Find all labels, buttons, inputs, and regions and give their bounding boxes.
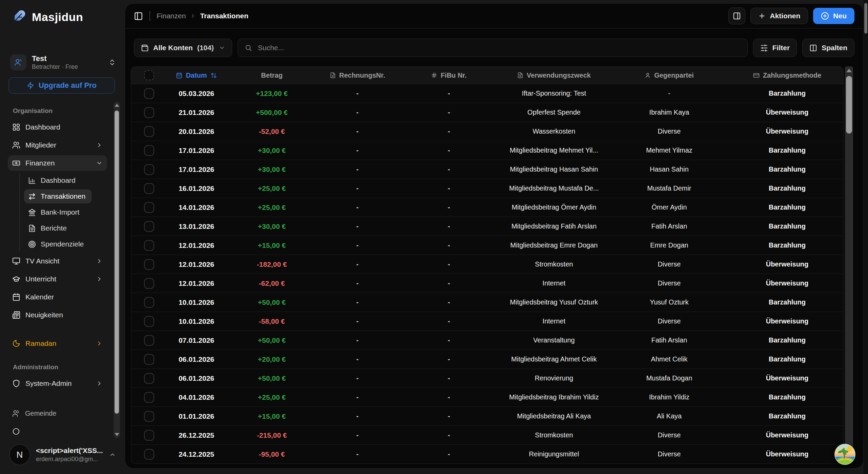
- table-row[interactable]: 12.01.2026 +15,00 € - - Mitgliedsbeitrag…: [131, 236, 843, 255]
- cell-invoice: -: [318, 184, 397, 192]
- table-row[interactable]: 12.01.2026 -182,00 € - - Stromkosten Div…: [131, 255, 843, 274]
- header-zahlungsmethode[interactable]: Zahlungsmethode: [731, 72, 843, 79]
- sidebar-item-spendenziele[interactable]: Spendenziele: [24, 237, 90, 251]
- table-row[interactable]: 10.01.2026 -58,00 € - - Internet Diverse…: [131, 312, 843, 331]
- sidebar-item-system-admin[interactable]: System-Admin: [8, 376, 107, 391]
- sidebar-item-tv-ansicht[interactable]: TV Ansicht: [8, 253, 107, 269]
- sidebar-item-clipped[interactable]: [8, 423, 107, 439]
- account-switcher[interactable]: N <script>alert('XSS... erdem.arpaci00@g…: [0, 438, 125, 474]
- select-all-checkbox[interactable]: [144, 70, 154, 80]
- sidebar-scrollbar-thumb[interactable]: [115, 111, 119, 414]
- table-row[interactable]: 16.01.2026 +25,00 € - - Mitgliedsbeitrag…: [131, 179, 843, 198]
- row-checkbox[interactable]: [144, 449, 154, 460]
- table-row[interactable]: 20.01.2026 -52,00 € - - Wasserkosten Div…: [131, 122, 843, 141]
- panel-layout-button[interactable]: [728, 7, 745, 24]
- page-scrollbar-thumb[interactable]: [864, 3, 867, 34]
- row-checkbox[interactable]: [144, 202, 154, 213]
- row-checkbox[interactable]: [144, 335, 154, 346]
- sidebar-item-berichte[interactable]: Berichte: [24, 221, 73, 235]
- sidebar-scrollbar[interactable]: [114, 102, 120, 438]
- row-checkbox[interactable]: [144, 183, 154, 194]
- file-icon: [330, 72, 336, 78]
- cell-method: Überweisung: [731, 450, 843, 458]
- filter-button[interactable]: Filter: [753, 39, 797, 57]
- sidebar-item-kalender[interactable]: Kalender: [8, 289, 107, 305]
- sidebar-item-finanzen[interactable]: Finanzen: [8, 155, 107, 171]
- header-rechnungsnr[interactable]: RechnungsNr.: [318, 72, 397, 79]
- scroll-up-icon[interactable]: [115, 104, 119, 107]
- users-icon: [12, 410, 20, 417]
- sidebar-item-dashboard[interactable]: Dashboard: [8, 119, 107, 135]
- row-checkbox[interactable]: [144, 373, 154, 384]
- sidebar-item-gemeinde[interactable]: Gemeinde: [8, 406, 107, 421]
- row-checkbox[interactable]: [144, 164, 154, 175]
- row-checkbox[interactable]: [144, 240, 154, 251]
- table-row[interactable]: 06.01.2026 +50,00 € - - Renovierung Must…: [131, 369, 843, 388]
- actions-button[interactable]: Aktionen: [750, 8, 808, 24]
- table-row[interactable]: 14.01.2026 +25,00 € - - Mitgliedsbeitrag…: [131, 198, 843, 217]
- table-row[interactable]: 17.01.2026 +30,00 € - - Mitgliedsbeitrag…: [131, 141, 843, 160]
- cell-amount: +25,00 €: [226, 203, 318, 212]
- scroll-down-icon[interactable]: [115, 433, 119, 436]
- sidebar-item-unterricht[interactable]: Unterricht: [8, 271, 107, 287]
- row-checkbox[interactable]: [144, 430, 154, 441]
- new-button[interactable]: Neu: [813, 8, 854, 24]
- upgrade-pro-button[interactable]: Upgrade auf Pro: [8, 77, 115, 94]
- sidebar-item-bank-import[interactable]: Bank-Import: [24, 205, 85, 219]
- table-scrollbar[interactable]: [845, 66, 853, 457]
- table-row[interactable]: 07.01.2026 +50,00 € - - Veranstaltung Fa…: [131, 331, 843, 350]
- sidebar-item-mitglieder[interactable]: Mitglieder: [8, 137, 107, 153]
- columns-button[interactable]: Spalten: [802, 39, 854, 57]
- cell-amount: +20,00 €: [226, 355, 318, 363]
- sidebar-item-ramadan[interactable]: Ramadan: [8, 336, 107, 351]
- header-betrag[interactable]: Betrag: [226, 72, 318, 79]
- accounts-dropdown[interactable]: Alle Konten (104): [134, 39, 232, 57]
- header-verwendungszweck[interactable]: Verwendungszweck: [501, 72, 607, 79]
- scroll-up-icon[interactable]: [846, 69, 852, 72]
- table-row[interactable]: 13.01.2026 +30,00 € - - Mitgliedsbeitrag…: [131, 217, 843, 236]
- workspace-switcher[interactable]: Test Betrachter · Free: [10, 54, 116, 71]
- header-gegenpartei[interactable]: Gegenpartei: [607, 72, 731, 79]
- row-checkbox[interactable]: [144, 354, 154, 365]
- table-row[interactable]: 24.12.2025 -95,00 € - - Reinigungsmittel…: [131, 445, 843, 463]
- island-sticker-button[interactable]: [834, 443, 856, 465]
- search-input[interactable]: [257, 43, 741, 52]
- row-checkbox[interactable]: [144, 411, 154, 422]
- row-checkbox[interactable]: [144, 145, 154, 156]
- table-row[interactable]: 17.01.2026 +30,00 € - - Mitgliedsbeitrag…: [131, 160, 843, 179]
- row-checkbox[interactable]: [144, 221, 154, 232]
- table-row[interactable]: 01.01.2026 +15,00 € - - Mitgliedsbeitrag…: [131, 407, 843, 426]
- row-checkbox[interactable]: [144, 88, 154, 99]
- row-checkbox[interactable]: [144, 316, 154, 327]
- header-label: Zahlungsmethode: [763, 72, 821, 79]
- sidebar-toggle-button[interactable]: [134, 12, 143, 21]
- sidebar-item-neuigkeiten[interactable]: Neuigkeiten: [8, 307, 107, 323]
- table-row[interactable]: 26.12.2025 -215,00 € - - Stromkosten Div…: [131, 426, 843, 445]
- table-row[interactable]: 10.01.2026 +50,00 € - - Mitgliedsbeitrag…: [131, 293, 843, 312]
- cell-purpose: Mitgliedsbeitrag Ibrahim Yildiz: [501, 393, 607, 401]
- cell-counterparty: Fatih Arslan: [607, 222, 731, 230]
- row-select-cell: [131, 126, 167, 137]
- table-row[interactable]: 04.01.2026 +25,00 € - - Mitgliedsbeitrag…: [131, 388, 843, 407]
- header-fibu[interactable]: FiBu Nr.: [397, 72, 501, 79]
- row-checkbox[interactable]: [144, 297, 154, 308]
- table-row[interactable]: 21.01.2026 +500,00 € - - Opferfest Spend…: [131, 103, 843, 122]
- row-checkbox[interactable]: [144, 126, 154, 137]
- workspace-avatar: [10, 54, 26, 71]
- sidebar-item-transaktionen[interactable]: Transaktionen: [24, 189, 92, 203]
- row-checkbox[interactable]: [144, 259, 154, 270]
- table-scrollbar-thumb[interactable]: [846, 76, 852, 134]
- plus-icon: [758, 12, 766, 20]
- file-text-icon: [28, 224, 36, 232]
- sidebar-item-finanzen-dashboard[interactable]: Dashboard: [24, 173, 82, 187]
- breadcrumb-finanzen[interactable]: Finanzen: [157, 12, 186, 20]
- row-checkbox[interactable]: [144, 278, 154, 289]
- plus-circle-icon: [821, 12, 829, 20]
- row-checkbox[interactable]: [144, 107, 154, 118]
- table-row[interactable]: 12.01.2026 -62,00 € - - Internet Diverse…: [131, 274, 843, 293]
- table-row[interactable]: 05.03.2026 +123,00 € - - Iftar-Sponsorin…: [131, 84, 843, 103]
- row-checkbox[interactable]: [144, 392, 154, 403]
- page-scrollbar[interactable]: [864, 0, 868, 474]
- table-row[interactable]: 06.01.2026 +20,00 € - - Mitgliedsbeitrag…: [131, 350, 843, 369]
- header-datum[interactable]: Datum: [167, 72, 226, 79]
